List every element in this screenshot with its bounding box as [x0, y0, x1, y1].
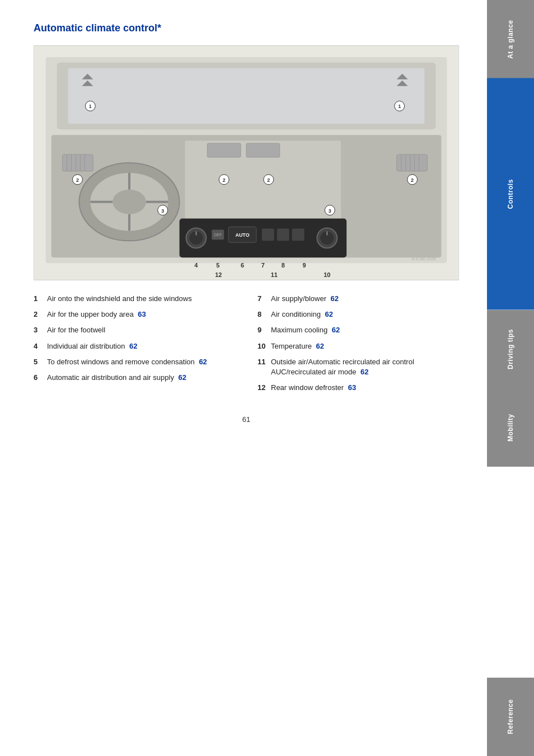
- item-number: 1: [34, 294, 47, 304]
- item-text: Automatic air distribution and air suppl…: [47, 373, 186, 383]
- sidebar-tab-reference[interactable]: Reference: [487, 678, 534, 756]
- svg-rect-36: [277, 228, 289, 241]
- item-text: Air supply/blower 62: [271, 294, 339, 304]
- svg-text:1: 1: [398, 104, 401, 109]
- sidebar-tab-mobility[interactable]: Mobility: [487, 388, 534, 467]
- svg-rect-3: [68, 68, 425, 124]
- list-item: 7 Air supply/blower 62: [257, 294, 459, 304]
- climate-control-diagram: DEF AUTO 1 1: [34, 46, 458, 280]
- item-text: To defrost windows and remove condensati…: [47, 357, 207, 367]
- svg-text:3: 3: [161, 208, 164, 214]
- svg-rect-25: [207, 143, 241, 157]
- svg-rect-26: [246, 143, 280, 157]
- svg-text:12: 12: [215, 271, 222, 278]
- sidebar-tab-label: Driving tips: [507, 329, 514, 369]
- svg-text:6: 6: [241, 262, 244, 269]
- svg-point-7: [113, 190, 146, 214]
- diagram-container: DEF AUTO 1 1: [34, 45, 459, 280]
- item-text: Air for the footwell: [47, 325, 105, 335]
- svg-text:AUTO: AUTO: [235, 232, 249, 238]
- list-item: 5 To defrost windows and remove condensa…: [34, 357, 235, 367]
- svg-text:2: 2: [223, 177, 226, 183]
- svg-text:2: 2: [267, 177, 270, 183]
- item-text: Maximum cooling 62: [271, 325, 340, 335]
- sidebar-tab-label: Controls: [507, 179, 514, 209]
- sidebar: At a glance Controls Driving tips Mobili…: [487, 0, 534, 756]
- svg-text:11: 11: [271, 271, 278, 278]
- item-link[interactable]: 62: [360, 368, 368, 376]
- sidebar-tab-label: At a glance: [507, 20, 514, 59]
- item-link[interactable]: 62: [316, 342, 324, 350]
- svg-text:7: 7: [261, 262, 265, 269]
- lists-area: 1 Air onto the windshield and the side w…: [34, 294, 459, 398]
- list-item: 2 Air for the upper body area 63: [34, 309, 235, 320]
- item-link[interactable]: 62: [129, 342, 137, 350]
- item-number: 2: [34, 309, 47, 320]
- sidebar-tab-label: Mobility: [507, 414, 514, 441]
- sidebar-tab-controls[interactable]: Controls: [487, 78, 534, 310]
- page-title: Automatic climate control*: [34, 22, 459, 34]
- item-text: Individual air distribution 62: [47, 341, 138, 351]
- item-text: Air conditioning 62: [271, 309, 333, 320]
- list-item: 11 Outside air/Automatic recirculated ai…: [257, 357, 459, 377]
- list-item: 8 Air conditioning 62: [257, 309, 459, 320]
- svg-text:2: 2: [76, 177, 79, 183]
- item-link[interactable]: 62: [179, 373, 186, 382]
- main-content: Automatic climate control*: [0, 0, 487, 756]
- item-number: 9: [257, 325, 271, 335]
- list-left: 1 Air onto the windshield and the side w…: [34, 294, 246, 398]
- item-number: 11: [257, 357, 271, 367]
- item-link[interactable]: 63: [138, 310, 146, 318]
- svg-text:4: 4: [194, 262, 198, 269]
- svg-text:DEF: DEF: [214, 233, 222, 237]
- item-number: 12: [257, 383, 271, 393]
- svg-text:9: 9: [302, 262, 306, 269]
- item-number: 10: [257, 341, 271, 351]
- item-link[interactable]: 62: [199, 358, 207, 366]
- item-number: 4: [34, 341, 47, 351]
- svg-text:5: 5: [216, 262, 219, 269]
- list-item: 9 Maximum cooling 62: [257, 325, 459, 335]
- item-text: Air for the upper body area 63: [47, 309, 146, 320]
- item-text: Rear window defroster 63: [271, 383, 356, 393]
- list-item: 12 Rear window defroster 63: [257, 383, 459, 393]
- item-number: 8: [257, 309, 271, 320]
- svg-rect-35: [262, 228, 274, 241]
- item-text: Outside air/Automatic recirculated air c…: [271, 357, 459, 377]
- svg-text:8: 8: [282, 262, 285, 269]
- item-text: Temperature 62: [271, 341, 324, 351]
- list-item: 10 Temperature 62: [257, 341, 459, 351]
- svg-text:3: 3: [329, 208, 331, 214]
- list-item: 4 Individual air distribution 62: [34, 341, 235, 351]
- item-number: 3: [34, 325, 47, 335]
- svg-text:2: 2: [411, 177, 414, 183]
- svg-text:10: 10: [324, 271, 330, 278]
- item-link[interactable]: 62: [331, 294, 339, 303]
- item-number: 7: [257, 294, 271, 304]
- item-link[interactable]: 62: [332, 326, 340, 334]
- list-item: 3 Air for the footwell: [34, 325, 235, 335]
- list-right: 7 Air supply/blower 62 8 Air conditionin…: [246, 294, 459, 398]
- item-number: 5: [34, 357, 47, 367]
- svg-text:G-C-NC-1105: G-C-NC-1105: [411, 257, 435, 261]
- list-item: 6 Automatic air distribution and air sup…: [34, 373, 235, 383]
- list-item: 1 Air onto the windshield and the side w…: [34, 294, 235, 304]
- sidebar-tab-at-a-glance[interactable]: At a glance: [487, 0, 534, 78]
- item-link[interactable]: 63: [348, 383, 356, 392]
- svg-rect-37: [292, 228, 305, 241]
- page-number: 61: [34, 415, 459, 424]
- item-link[interactable]: 62: [325, 310, 333, 318]
- sidebar-tab-driving-tips[interactable]: Driving tips: [487, 310, 534, 388]
- svg-text:1: 1: [89, 104, 92, 109]
- sidebar-tab-label: Reference: [507, 699, 514, 735]
- item-number: 6: [34, 373, 47, 383]
- sidebar-spacer: [487, 467, 534, 678]
- item-text: Air onto the windshield and the side win…: [47, 294, 192, 304]
